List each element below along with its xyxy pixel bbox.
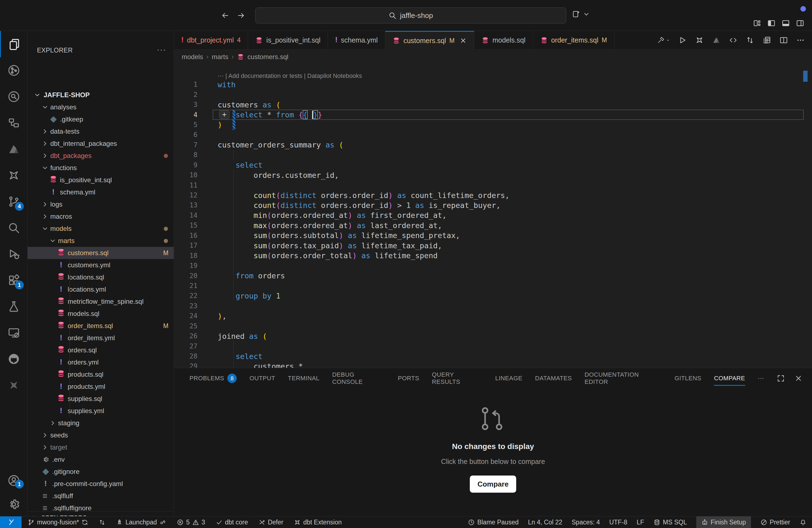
tree-item-customers-sql[interactable]: customers.sqlM (28, 247, 174, 259)
activity-search-icon[interactable] (0, 215, 28, 241)
tree-item-analyses[interactable]: analyses (28, 101, 174, 113)
tab-dbt-project-yml[interactable]: !dbt_project.yml4 (174, 31, 248, 49)
tree-item-supplies-yml[interactable]: !supplies.yml (28, 405, 174, 417)
status-problems[interactable]: 53 (177, 516, 205, 528)
tab-is-positive-int-sql[interactable]: is_positive_int.sql (248, 31, 328, 49)
status-language-mode[interactable]: MS SQL (653, 516, 687, 528)
tree-item-dbt-packages[interactable]: dbt_packages (28, 150, 174, 162)
tree-item-products-sql[interactable]: products.sql (28, 368, 174, 381)
copilot-button[interactable] (572, 10, 591, 18)
activity-settings-icon[interactable] (0, 493, 28, 516)
panel-tab-query-results[interactable]: QUERY RESULTS (432, 368, 482, 388)
code-line-13[interactable]: 13 count(distinct orders.order_id) > 1 a… (174, 200, 812, 210)
code-line-26[interactable]: 26joined as ( (174, 331, 812, 341)
status-branch[interactable]: mwong-fusion* (28, 516, 88, 528)
tree-item-target[interactable]: target (28, 441, 174, 453)
status-dbt-core[interactable]: dbt core (216, 516, 248, 528)
code-line-21[interactable]: 21 (174, 281, 812, 291)
code-icon[interactable] (729, 36, 737, 44)
panel-tab-output[interactable]: OUTPUT (249, 368, 275, 388)
status-indentation[interactable]: Spaces: 4 (572, 516, 600, 528)
code-line-27[interactable]: 27 (174, 341, 812, 351)
maximize-panel-icon[interactable] (777, 374, 785, 382)
code-line-6[interactable]: 6 (174, 130, 812, 140)
code-line-2[interactable]: 2 (174, 89, 812, 99)
table-copy-icon[interactable] (763, 36, 771, 44)
code-line-9[interactable]: 9 select (174, 160, 812, 170)
inline-add-button[interactable]: + (219, 110, 230, 119)
toggle-secondary-sidebar-icon[interactable] (796, 19, 804, 27)
tree-item-is-positive-int-sql[interactable]: is_positive_int.sql (28, 174, 174, 186)
customize-layout-icon[interactable] (753, 19, 761, 27)
status-prettier[interactable]: Prettier (760, 516, 790, 528)
close-panel-icon[interactable] (794, 374, 802, 382)
more-actions-icon[interactable]: ··· (157, 45, 166, 54)
panel-tab--[interactable]: ⋯ (758, 368, 764, 388)
dbt-x-icon[interactable] (695, 36, 704, 44)
code-line-18[interactable]: 18 sum(orders.order_total) as lifetime_s… (174, 250, 812, 260)
codelens[interactable]: ⋯ | Add documentation or tests | Datapil… (218, 66, 362, 79)
breadcrumb-item[interactable]: models (182, 53, 203, 61)
code-line-20[interactable]: 20 from orders (174, 270, 812, 281)
tab-order-items-sql[interactable]: order_items.sqlM (533, 31, 614, 49)
activity-accounts-icon[interactable]: 1 (0, 469, 28, 493)
activity-dbt-power-user-icon[interactable] (0, 57, 28, 84)
command-center-search[interactable]: jaffle-shop (255, 8, 566, 24)
code-line-10[interactable]: 10 orders.customer_id, (174, 170, 812, 180)
code-line-3[interactable]: 3customers as ( (174, 100, 812, 109)
activity-github-icon[interactable] (0, 346, 28, 372)
activity-source-control-icon[interactable]: 4 (0, 188, 28, 215)
tree-item-dbt-internal-packages[interactable]: dbt_internal_packages (28, 137, 174, 150)
tree-item-supplies-sql[interactable]: supplies.sql (28, 393, 174, 405)
tree-item-data-tests[interactable]: data-tests (28, 126, 174, 137)
activity-testing-icon[interactable] (0, 293, 28, 320)
tree-item-products-yml[interactable]: !products.yml (28, 381, 174, 393)
tree-root-jaffle-shop[interactable]: JAFFLE-SHOP (28, 89, 174, 101)
panel-tab-ports[interactable]: PORTS (398, 368, 419, 388)
a-logo-icon[interactable] (712, 36, 721, 44)
code-line-12[interactable]: 12 count(distinct orders.order_id) as co… (174, 190, 812, 200)
panel-tab-compare[interactable]: COMPARE (714, 368, 745, 388)
status-notifications[interactable] (800, 516, 807, 528)
code-line-16[interactable]: 16 sum(orders.subtotal) as lifetime_spen… (174, 231, 812, 240)
status-launchpad[interactable]: Launchpad (116, 516, 166, 528)
remote-indicator[interactable] (0, 516, 21, 528)
tree-item-customers-yml[interactable]: !customers.yml (28, 259, 174, 271)
code-line-8[interactable]: 8 (174, 150, 812, 160)
toggle-sidebar-icon[interactable] (767, 19, 775, 27)
code-line-17[interactable]: 17 sum(orders.tax_paid) as lifetime_tax_… (174, 240, 812, 250)
tree-item-metricflow-time-spine-sql[interactable]: metricflow_time_spine.sql (28, 295, 174, 308)
code-line-19[interactable]: 19 (174, 261, 812, 270)
code-line-1[interactable]: 1with (174, 79, 812, 89)
code-line-5[interactable]: 5) (174, 120, 812, 130)
tree-item-functions[interactable]: functions (28, 162, 174, 174)
tree-item-orders-sql[interactable]: orders.sql (28, 344, 174, 356)
tree-item-order-items-yml[interactable]: !order_items.yml (28, 332, 174, 344)
hammer-icon[interactable] (657, 36, 670, 44)
code-line-15[interactable]: 15 max(orders.ordered_at) as last_ordere… (174, 220, 812, 230)
tree-item-locations-yml[interactable]: !locations.yml (28, 283, 174, 295)
activity-run-and-debug-icon[interactable] (0, 241, 28, 267)
activity-dbt-icon[interactable] (0, 162, 28, 188)
status-eol[interactable]: LF (637, 516, 644, 528)
tab-customers-sql[interactable]: customers.sqlM (385, 31, 474, 50)
breadcrumb[interactable]: models›marts›customers.sql (174, 50, 812, 64)
tree-item--sqlfluff[interactable]: .sqlfluff (28, 490, 174, 502)
tree-item-seeds[interactable]: seeds (28, 429, 174, 441)
code-line-29[interactable]: 29 customers.*, (174, 361, 812, 368)
code-line-23[interactable]: 23 (174, 301, 812, 311)
status-blame[interactable]: Blame Paused (468, 516, 519, 528)
tree-item-staging[interactable]: staging (28, 417, 174, 429)
tree-item--env[interactable]: .env (28, 453, 174, 466)
status-cursor-position[interactable]: Ln 4, Col 22 (528, 516, 562, 528)
compare-button[interactable]: Compare (470, 475, 516, 493)
toggle-panel-icon[interactable] (782, 19, 790, 27)
activity-extensions-icon[interactable]: 1 (0, 267, 28, 293)
forward-button[interactable] (237, 11, 245, 19)
close-icon[interactable] (460, 37, 467, 44)
panel-tab-documentation-editor[interactable]: DOCUMENTATION EDITOR (584, 368, 662, 388)
tree-item--gitkeep[interactable]: .gitkeep (28, 113, 174, 126)
status-dbt-extension[interactable]: dbt Extension (294, 516, 342, 528)
tree-item--pre-commit-config-yaml[interactable]: !.pre-commit-config.yaml (28, 478, 174, 490)
activity-query-history-icon[interactable] (0, 84, 28, 109)
